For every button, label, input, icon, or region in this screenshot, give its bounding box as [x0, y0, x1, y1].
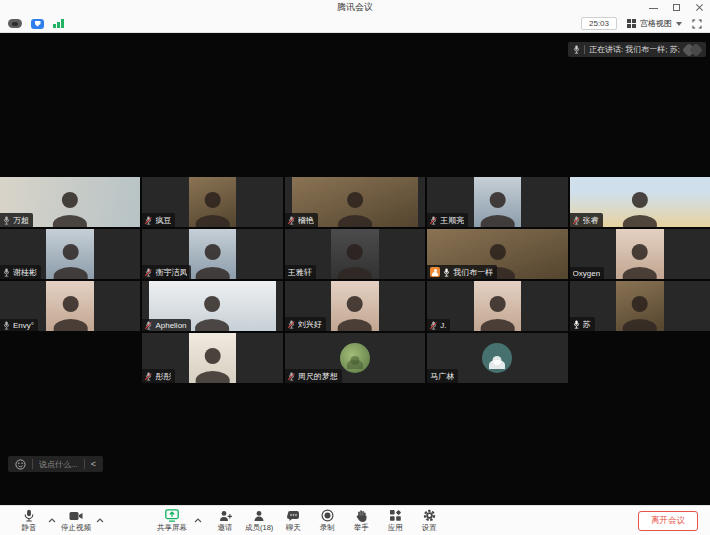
participant-tile[interactable]: 刘兴好	[285, 281, 425, 331]
toolbar-item-label: 举手	[354, 523, 369, 533]
minimize-icon[interactable]	[649, 3, 658, 12]
raise-hand-button[interactable]: 举手	[344, 509, 378, 533]
chat-collapse-button[interactable]: <	[91, 460, 96, 469]
chevron-up-icon[interactable]	[46, 506, 58, 535]
mic-status-icon	[573, 320, 580, 329]
person-silhouette	[341, 244, 370, 279]
participant-tile[interactable]: 王雅轩	[285, 229, 425, 279]
divider	[84, 459, 85, 469]
participant-tile[interactable]: Aphelion	[142, 281, 282, 331]
participant-tile[interactable]: 衡宇洁凤	[142, 229, 282, 279]
meeting-status-icon[interactable]	[8, 19, 22, 28]
participant-tile[interactable]: 万超	[0, 177, 140, 227]
emoji-smile-icon[interactable]	[15, 459, 26, 470]
meeting-window: 腾讯会议 25:03 宫格视图	[0, 0, 710, 535]
chat-input-placeholder[interactable]: 说点什么...	[39, 459, 78, 470]
toolbar-item-label: 录制	[320, 523, 335, 533]
participant-label: 稽艳	[285, 213, 318, 227]
screen-share-icon	[165, 509, 179, 523]
participant-tile[interactable]: Envy°	[0, 281, 140, 331]
person-silhouette	[198, 244, 227, 279]
close-icon[interactable]	[695, 3, 704, 12]
person-silhouette	[346, 352, 364, 373]
video-grid: 万超 疯豆 稽艳 王顺亮	[0, 177, 710, 383]
host-badge-icon	[430, 267, 440, 277]
participant-video	[482, 343, 512, 373]
participant-tile[interactable]: 我们布一样	[427, 229, 567, 279]
participant-tile[interactable]: 谢桂彬	[0, 229, 140, 279]
network-signal-icon[interactable]	[53, 19, 64, 28]
chat-bubble-icon	[287, 509, 300, 523]
mic-status-icon	[443, 268, 450, 277]
toolbar-item-label: 静音	[22, 523, 37, 533]
invite-person-icon	[219, 509, 232, 523]
person-silhouette	[483, 192, 512, 227]
participant-video	[46, 281, 94, 331]
participant-tile[interactable]: 王顺亮	[427, 177, 567, 227]
chat-button[interactable]: 聊天	[276, 509, 310, 533]
stop-video-button[interactable]: 停止视频	[58, 509, 94, 533]
participant-tile[interactable]: 彤彤	[142, 333, 282, 383]
person-silhouette	[483, 296, 512, 331]
fullscreen-icon[interactable]	[692, 19, 702, 29]
apps-button[interactable]: 应用	[378, 509, 412, 533]
participant-tile[interactable]: Oxygen	[570, 229, 710, 279]
participant-video	[616, 229, 664, 279]
members-button[interactable]: 成员(18)	[242, 509, 276, 533]
record-icon	[321, 509, 334, 523]
participant-tile[interactable]: 疯豆	[142, 177, 282, 227]
gear-icon	[423, 509, 436, 523]
security-shield-icon[interactable]	[31, 19, 44, 29]
participant-name: 周尺的梦想	[298, 371, 338, 382]
participant-name: 稽艳	[298, 215, 314, 226]
mic-status-icon	[430, 321, 437, 330]
grid-view-button[interactable]: 宫格视图	[627, 18, 682, 29]
invite-button[interactable]: 邀请	[208, 509, 242, 533]
chevron-down-icon	[676, 22, 682, 26]
participant-tile[interactable]: 苏	[570, 281, 710, 331]
mic-status-icon	[3, 321, 10, 330]
participant-tile[interactable]: 稽艳	[285, 177, 425, 227]
participant-video	[331, 281, 379, 331]
mic-status-icon	[288, 372, 295, 381]
participant-label: Oxygen	[570, 267, 605, 279]
mic-status-icon	[288, 216, 295, 225]
share-screen-button[interactable]: 共享屏幕	[154, 509, 190, 533]
participant-label: 彤彤	[142, 369, 175, 383]
chevron-up-icon[interactable]	[94, 506, 106, 535]
mute-button[interactable]: 静音	[12, 509, 46, 533]
participant-name: J.	[440, 321, 446, 330]
participant-tile[interactable]: J.	[427, 281, 567, 331]
participant-video	[189, 177, 237, 227]
mic-status-icon	[430, 216, 437, 225]
microphone-icon	[23, 509, 35, 523]
grid-view-icon	[627, 19, 636, 28]
speaker-avatars	[684, 45, 701, 55]
participant-label: 万超	[0, 213, 33, 227]
toolbar-item-label: 聊天	[286, 523, 301, 533]
person-silhouette	[28, 192, 112, 227]
participant-tile[interactable]: 张睿	[570, 177, 710, 227]
participant-label: J.	[427, 319, 450, 331]
participant-label: Envy°	[0, 319, 38, 331]
mic-status-icon	[3, 268, 10, 277]
record-button[interactable]: 录制	[310, 509, 344, 533]
participant-name: Envy°	[13, 321, 34, 330]
participant-label: 苏	[570, 317, 595, 331]
settings-button[interactable]: 设置	[412, 509, 446, 533]
mic-status-icon	[3, 216, 10, 225]
participant-label: 疯豆	[142, 213, 175, 227]
active-speaker-text: 正在讲话: 我们布一样; 苏;	[589, 44, 680, 55]
participant-label: 张睿	[570, 213, 603, 227]
participant-name: Aphelion	[155, 321, 186, 330]
divider	[584, 45, 585, 54]
chevron-up-icon[interactable]	[192, 506, 204, 535]
toolbar-item-label: 停止视频	[61, 523, 91, 533]
participant-tile[interactable]: 周尺的梦想	[285, 333, 425, 383]
participant-tile[interactable]: 马广林	[427, 333, 567, 383]
participant-name: Oxygen	[573, 269, 601, 278]
toolbar-item-label: 共享屏幕	[157, 523, 187, 533]
leave-meeting-button[interactable]: 离开会议	[638, 511, 698, 531]
participant-name: 王雅轩	[288, 267, 312, 278]
maximize-icon[interactable]	[672, 3, 681, 12]
